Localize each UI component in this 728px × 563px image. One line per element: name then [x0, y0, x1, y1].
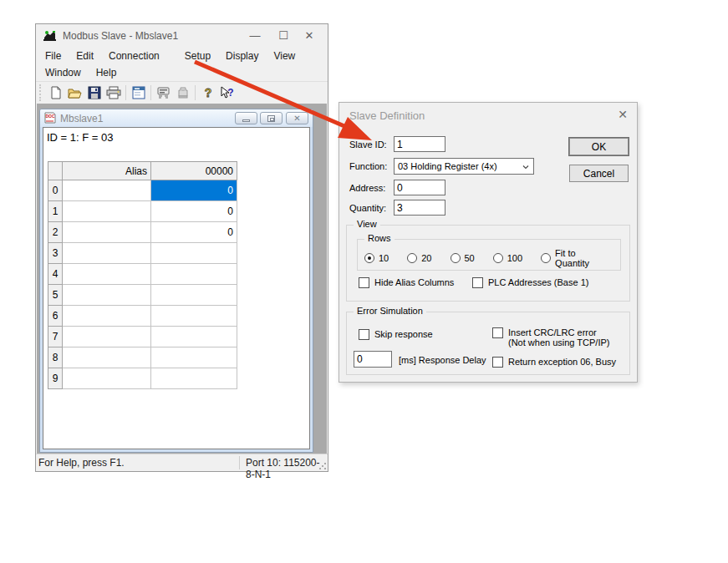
menu-help[interactable]: Help [89, 65, 125, 80]
return-exception-checkbox[interactable]: Return exception 06, Busy [492, 357, 616, 368]
radio-circle [451, 253, 461, 263]
toolbar-grip[interactable] [39, 84, 43, 101]
alias-cell[interactable] [63, 201, 151, 222]
value-cell[interactable] [151, 347, 237, 368]
display-definition-icon[interactable] [129, 84, 148, 102]
value-cell[interactable] [151, 243, 237, 264]
menu-view[interactable]: View [266, 48, 303, 63]
row-header-cell[interactable]: 0 [48, 180, 63, 201]
alias-cell[interactable] [63, 264, 151, 285]
table-row: 8 [48, 347, 237, 368]
grid-header-00000[interactable]: 00000 [151, 162, 237, 180]
row-header-cell[interactable]: 6 [48, 306, 63, 327]
alias-cell[interactable] [63, 285, 151, 306]
value-cell[interactable] [151, 264, 237, 285]
open-file-icon[interactable] [65, 84, 84, 102]
print-icon[interactable] [104, 84, 123, 102]
quantity-input[interactable] [394, 200, 445, 216]
table-row: 20 [48, 222, 237, 243]
value-cell[interactable] [151, 327, 237, 347]
address-input[interactable] [394, 180, 445, 195]
row-header-cell[interactable]: 3 [48, 243, 63, 264]
modbus-slave-window: Modbus Slave - Mbslave1 — ☐ ✕ File Edit … [35, 23, 328, 472]
alias-cell[interactable] [63, 327, 151, 347]
plc-addresses-base-1--checkbox[interactable]: PLC Addresses (Base 1) [472, 277, 588, 288]
table-row: 5 [48, 285, 237, 306]
close-button[interactable]: ✕ [297, 24, 322, 46]
communication-traffic-icon[interactable] [154, 84, 173, 102]
menu-window[interactable]: Window [38, 65, 89, 80]
child-minimize-button[interactable] [235, 112, 257, 124]
grid-body: 0010203456789 [48, 180, 237, 389]
skip-response-checkbox[interactable]: Skip response [359, 329, 433, 340]
status-help-text: For Help, press F1. [38, 457, 125, 469]
mbslave1-child-window: DOC Mbslave1 ✕ ID = 1: F = 03 Alias 000 [39, 109, 313, 453]
value-cell[interactable] [151, 368, 237, 389]
context-help-icon[interactable]: ? [217, 84, 237, 102]
resize-grip[interactable] [318, 462, 327, 470]
radio-circle [541, 253, 551, 263]
dialog-titlebar[interactable]: Slave Definition ✕ [339, 103, 637, 128]
quantity-label: Quantity: [349, 203, 386, 213]
row-header-cell[interactable]: 8 [48, 347, 63, 368]
maximize-button[interactable]: ☐ [271, 24, 296, 46]
child-titlebar[interactable]: DOC Mbslave1 ✕ [40, 109, 313, 127]
alias-cell[interactable] [63, 347, 151, 368]
rows-group-label: Rows [364, 233, 395, 243]
value-cell[interactable]: 0 [151, 222, 237, 243]
save-icon[interactable] [84, 84, 104, 102]
app-icon [43, 29, 57, 43]
ok-button[interactable]: OK [569, 138, 629, 155]
alias-cell[interactable] [63, 222, 151, 243]
menu-display[interactable]: Display [218, 48, 266, 63]
alias-cell[interactable] [63, 306, 151, 327]
alias-cell[interactable] [63, 180, 151, 201]
row-header-cell[interactable]: 5 [48, 285, 63, 306]
radio-label: Fit to Quantity [555, 248, 602, 268]
radio-circle [493, 253, 503, 263]
alias-cell[interactable] [63, 243, 151, 264]
alias-cell[interactable] [63, 368, 151, 389]
rows-radio-fit-to-quantity[interactable]: Fit to Quantity [541, 248, 602, 268]
connection-icon[interactable] [173, 84, 192, 102]
grid-header-alias[interactable]: Alias [63, 162, 151, 180]
response-delay-input[interactable] [354, 351, 392, 368]
window-titlebar[interactable]: Modbus Slave - Mbslave1 — ☐ ✕ [36, 24, 328, 48]
rows-radio-100[interactable]: 100 [493, 253, 522, 263]
register-info-line: ID = 1: F = 03 [47, 131, 114, 144]
radio-circle [407, 253, 417, 263]
rows-radio-20[interactable]: 20 [407, 253, 431, 263]
row-header-cell[interactable]: 7 [48, 327, 63, 347]
svg-text:?: ? [204, 86, 211, 99]
slave-id-input[interactable] [394, 136, 445, 152]
menu-file[interactable]: File [38, 48, 69, 63]
cancel-button[interactable]: Cancel [569, 165, 629, 182]
rows-radio-10[interactable]: 10 [364, 253, 389, 263]
child-close-button[interactable]: ✕ [286, 112, 308, 124]
hide-alias-columns-checkbox[interactable]: Hide Alias Columns [359, 277, 454, 288]
rows-radio-50[interactable]: 50 [451, 253, 475, 263]
row-header-cell[interactable]: 1 [48, 201, 63, 222]
dialog-close-icon[interactable]: ✕ [618, 108, 628, 121]
crc-error-label: Insert CRC/LRC error [508, 327, 609, 337]
slave-id-label: Slave ID: [349, 139, 387, 150]
row-header-cell[interactable]: 9 [48, 368, 63, 389]
row-header-cell[interactable]: 2 [48, 222, 63, 243]
menu-connection[interactable]: Connection [101, 48, 167, 63]
menu-edit[interactable]: Edit [69, 48, 101, 63]
child-maximize-button[interactable] [260, 112, 283, 124]
value-cell[interactable]: 0 [151, 201, 237, 222]
value-cell[interactable]: 0 [151, 180, 237, 201]
svg-text:?: ? [227, 87, 233, 99]
menu-setup[interactable]: Setup [177, 48, 218, 63]
crc-error-checkbox[interactable]: Insert CRC/LRC error (Not when using TCP… [492, 327, 609, 347]
status-port-text: Port 10: 115200-8-N-1 [246, 457, 328, 480]
row-header-cell[interactable]: 4 [48, 264, 63, 285]
value-cell[interactable] [151, 306, 237, 327]
function-dropdown[interactable]: 03 Holding Register (4x) [394, 158, 534, 175]
new-document-icon[interactable] [46, 84, 65, 102]
child-content: ID = 1: F = 03 Alias 00000 0010203456789 [43, 127, 310, 449]
minimize-button[interactable]: — [242, 24, 267, 46]
value-cell[interactable] [151, 285, 237, 306]
help-icon[interactable]: ? [198, 84, 217, 102]
